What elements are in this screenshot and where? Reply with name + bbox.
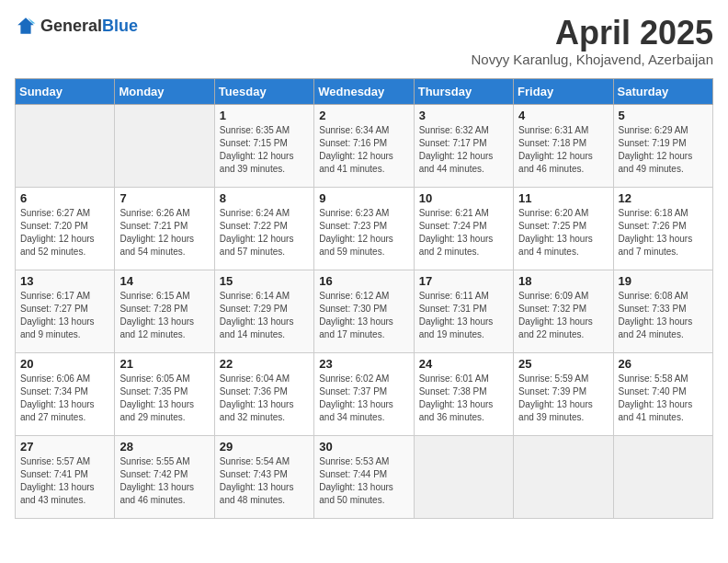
calendar-day-cell: 1Sunrise: 6:35 AM Sunset: 7:15 PM Daylig…	[214, 104, 313, 187]
day-of-week-header: Friday	[514, 78, 613, 104]
calendar-header-row: SundayMondayTuesdayWednesdayThursdayFrid…	[16, 78, 713, 104]
calendar-day-cell: 9Sunrise: 6:23 AM Sunset: 7:23 PM Daylig…	[314, 187, 414, 270]
logo: GeneralBlue	[15, 15, 138, 37]
day-number: 5	[619, 109, 708, 122]
day-number: 4	[518, 109, 608, 122]
calendar-day-cell	[613, 435, 712, 518]
day-number: 1	[220, 109, 309, 122]
day-info: Sunrise: 6:24 AM Sunset: 7:22 PM Dayligh…	[220, 207, 309, 259]
day-info: Sunrise: 6:31 AM Sunset: 7:18 PM Dayligh…	[518, 124, 608, 176]
calendar-day-cell	[514, 435, 613, 518]
day-number: 11	[518, 191, 608, 205]
calendar-day-cell: 27Sunrise: 5:57 AM Sunset: 7:41 PM Dayli…	[16, 435, 115, 518]
day-number: 28	[119, 440, 209, 454]
header: GeneralBlue April 2025 Novyy Karanlug, K…	[15, 15, 713, 67]
title-area: April 2025 Novyy Karanlug, Khojavend, Az…	[472, 15, 714, 67]
svg-marker-0	[17, 17, 34, 34]
day-of-week-header: Monday	[115, 78, 214, 104]
day-number: 16	[319, 274, 408, 288]
calendar-day-cell	[414, 435, 513, 518]
day-info: Sunrise: 6:29 AM Sunset: 7:19 PM Dayligh…	[619, 124, 708, 176]
calendar-day-cell: 24Sunrise: 6:01 AM Sunset: 7:38 PM Dayli…	[414, 352, 513, 435]
day-number: 15	[220, 274, 309, 288]
day-info: Sunrise: 5:55 AM Sunset: 7:42 PM Dayligh…	[119, 455, 209, 507]
day-number: 26	[619, 357, 708, 371]
calendar-day-cell: 30Sunrise: 5:53 AM Sunset: 7:44 PM Dayli…	[314, 435, 414, 518]
day-info: Sunrise: 5:59 AM Sunset: 7:39 PM Dayligh…	[518, 373, 608, 424]
day-info: Sunrise: 6:15 AM Sunset: 7:28 PM Dayligh…	[119, 290, 209, 341]
calendar-day-cell: 10Sunrise: 6:21 AM Sunset: 7:24 PM Dayli…	[414, 187, 513, 270]
day-info: Sunrise: 6:11 AM Sunset: 7:31 PM Dayligh…	[419, 290, 508, 341]
calendar-day-cell: 8Sunrise: 6:24 AM Sunset: 7:22 PM Daylig…	[214, 187, 313, 270]
day-info: Sunrise: 6:35 AM Sunset: 7:15 PM Dayligh…	[220, 124, 309, 176]
logo-general: GeneralBlue	[40, 17, 138, 35]
day-number: 23	[319, 357, 408, 371]
day-info: Sunrise: 6:14 AM Sunset: 7:29 PM Dayligh…	[220, 290, 309, 341]
calendar-day-cell: 7Sunrise: 6:26 AM Sunset: 7:21 PM Daylig…	[115, 187, 214, 270]
calendar-day-cell: 25Sunrise: 5:59 AM Sunset: 7:39 PM Dayli…	[514, 352, 613, 435]
calendar-day-cell: 12Sunrise: 6:18 AM Sunset: 7:26 PM Dayli…	[613, 187, 712, 270]
day-number: 2	[319, 109, 408, 122]
day-number: 29	[220, 440, 309, 454]
calendar-day-cell: 13Sunrise: 6:17 AM Sunset: 7:27 PM Dayli…	[16, 270, 115, 352]
calendar-day-cell: 6Sunrise: 6:27 AM Sunset: 7:20 PM Daylig…	[16, 187, 115, 270]
day-info: Sunrise: 6:32 AM Sunset: 7:17 PM Dayligh…	[419, 124, 508, 176]
calendar-week-row: 20Sunrise: 6:06 AM Sunset: 7:34 PM Dayli…	[16, 352, 713, 435]
calendar-day-cell: 18Sunrise: 6:09 AM Sunset: 7:32 PM Dayli…	[514, 270, 613, 352]
day-number: 17	[419, 274, 508, 288]
day-number: 8	[220, 191, 309, 205]
calendar-day-cell	[115, 104, 214, 187]
day-info: Sunrise: 6:04 AM Sunset: 7:36 PM Dayligh…	[220, 373, 309, 424]
day-info: Sunrise: 6:26 AM Sunset: 7:21 PM Dayligh…	[119, 207, 209, 259]
day-info: Sunrise: 5:53 AM Sunset: 7:44 PM Dayligh…	[319, 455, 408, 507]
day-number: 14	[119, 274, 209, 288]
day-number: 3	[419, 109, 508, 122]
day-info: Sunrise: 5:57 AM Sunset: 7:41 PM Dayligh…	[20, 455, 109, 507]
day-number: 21	[119, 357, 209, 371]
calendar-day-cell: 21Sunrise: 6:05 AM Sunset: 7:35 PM Dayli…	[115, 352, 214, 435]
day-info: Sunrise: 6:06 AM Sunset: 7:34 PM Dayligh…	[20, 373, 109, 424]
day-info: Sunrise: 6:08 AM Sunset: 7:33 PM Dayligh…	[619, 290, 708, 341]
calendar-day-cell	[16, 104, 115, 187]
day-info: Sunrise: 6:23 AM Sunset: 7:23 PM Dayligh…	[319, 207, 408, 259]
day-of-week-header: Saturday	[613, 78, 712, 104]
day-info: Sunrise: 6:27 AM Sunset: 7:20 PM Dayligh…	[20, 207, 109, 259]
calendar-day-cell: 14Sunrise: 6:15 AM Sunset: 7:28 PM Dayli…	[115, 270, 214, 352]
day-info: Sunrise: 6:02 AM Sunset: 7:37 PM Dayligh…	[319, 373, 408, 424]
calendar-day-cell: 20Sunrise: 6:06 AM Sunset: 7:34 PM Dayli…	[16, 352, 115, 435]
day-number: 30	[319, 440, 408, 454]
day-number: 24	[419, 357, 508, 371]
day-number: 10	[419, 191, 508, 205]
calendar-week-row: 1Sunrise: 6:35 AM Sunset: 7:15 PM Daylig…	[16, 104, 713, 187]
calendar-day-cell: 22Sunrise: 6:04 AM Sunset: 7:36 PM Dayli…	[214, 352, 313, 435]
calendar-day-cell: 28Sunrise: 5:55 AM Sunset: 7:42 PM Dayli…	[115, 435, 214, 518]
calendar-day-cell: 15Sunrise: 6:14 AM Sunset: 7:29 PM Dayli…	[214, 270, 313, 352]
day-info: Sunrise: 6:21 AM Sunset: 7:24 PM Dayligh…	[419, 207, 508, 259]
day-info: Sunrise: 6:17 AM Sunset: 7:27 PM Dayligh…	[20, 290, 109, 341]
calendar-day-cell: 29Sunrise: 5:54 AM Sunset: 7:43 PM Dayli…	[214, 435, 313, 518]
calendar-day-cell: 4Sunrise: 6:31 AM Sunset: 7:18 PM Daylig…	[514, 104, 613, 187]
calendar-day-cell: 26Sunrise: 5:58 AM Sunset: 7:40 PM Dayli…	[613, 352, 712, 435]
calendar-day-cell: 11Sunrise: 6:20 AM Sunset: 7:25 PM Dayli…	[514, 187, 613, 270]
day-info: Sunrise: 6:34 AM Sunset: 7:16 PM Dayligh…	[319, 124, 408, 176]
main-title: April 2025	[472, 15, 714, 52]
day-number: 9	[319, 191, 408, 205]
day-info: Sunrise: 5:58 AM Sunset: 7:40 PM Dayligh…	[619, 373, 708, 424]
day-number: 19	[619, 274, 708, 288]
day-info: Sunrise: 6:05 AM Sunset: 7:35 PM Dayligh…	[119, 373, 209, 424]
day-number: 6	[20, 191, 109, 205]
calendar-day-cell: 16Sunrise: 6:12 AM Sunset: 7:30 PM Dayli…	[314, 270, 414, 352]
calendar-day-cell: 23Sunrise: 6:02 AM Sunset: 7:37 PM Dayli…	[314, 352, 414, 435]
day-info: Sunrise: 6:01 AM Sunset: 7:38 PM Dayligh…	[419, 373, 508, 424]
logo-icon	[15, 15, 37, 37]
day-number: 13	[20, 274, 109, 288]
day-info: Sunrise: 5:54 AM Sunset: 7:43 PM Dayligh…	[220, 455, 309, 507]
calendar-day-cell: 19Sunrise: 6:08 AM Sunset: 7:33 PM Dayli…	[613, 270, 712, 352]
day-number: 25	[518, 357, 608, 371]
calendar-day-cell: 5Sunrise: 6:29 AM Sunset: 7:19 PM Daylig…	[613, 104, 712, 187]
calendar-week-row: 13Sunrise: 6:17 AM Sunset: 7:27 PM Dayli…	[16, 270, 713, 352]
calendar-week-row: 27Sunrise: 5:57 AM Sunset: 7:41 PM Dayli…	[16, 435, 713, 518]
day-of-week-header: Sunday	[16, 78, 115, 104]
calendar-day-cell: 2Sunrise: 6:34 AM Sunset: 7:16 PM Daylig…	[314, 104, 414, 187]
day-of-week-header: Tuesday	[214, 78, 313, 104]
